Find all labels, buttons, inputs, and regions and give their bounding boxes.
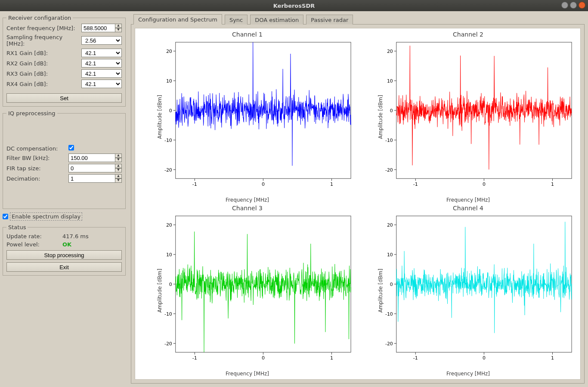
set-button[interactable]: Set: [6, 93, 122, 103]
decimation-spin-up[interactable]: ▲: [115, 174, 122, 178]
svg-text:-20: -20: [164, 341, 172, 346]
dc-comp-checkbox[interactable]: [68, 145, 74, 150]
svg-text:20: 20: [166, 222, 172, 228]
svg-text:10: 10: [387, 78, 393, 84]
receiver-config-group: Receiver configaration Center frequency …: [3, 15, 126, 107]
iq-preprocessing-legend: IQ preprocessing: [6, 110, 57, 117]
tab-sync[interactable]: Sync: [225, 15, 248, 25]
svg-text:-1: -1: [192, 181, 197, 187]
svg-text:10: 10: [166, 78, 172, 84]
decimation-input[interactable]: [68, 174, 122, 183]
stop-processing-button[interactable]: Stop processing: [6, 250, 122, 260]
plot-xlabel: Frequency [MHz]: [137, 371, 358, 377]
power-level-value: OK: [62, 241, 122, 248]
status-group: Status Update rate: 417.6 ms Powel level…: [3, 224, 126, 276]
window-close-icon[interactable]: [579, 2, 585, 9]
enable-spectrum-checkbox[interactable]: [3, 214, 8, 219]
rx4-gain-label: RX4 Gain [dB]:: [6, 81, 80, 87]
svg-text:10: 10: [387, 252, 393, 258]
spectrum-plot-area: Channel 1Amplitude [dBm]Frequency [MHz]-…: [135, 28, 581, 380]
power-level-label: Powel level:: [6, 241, 62, 248]
rx2-gain-select[interactable]: 42.1: [81, 59, 122, 68]
window-maximize-icon[interactable]: [570, 2, 577, 9]
rx4-gain-select[interactable]: 42.1: [81, 80, 122, 88]
window-titlebar: KerberosSDR: [0, 0, 588, 11]
svg-text:10: 10: [166, 252, 172, 258]
tab-passive-radar[interactable]: Passive radar: [306, 15, 353, 25]
spectrum-plot-channel-2: Channel 2Amplitude [dBm]Frequency [MHz]-…: [358, 30, 579, 204]
filter-bw-spin-down[interactable]: ▼: [115, 158, 122, 162]
rx3-gain-select[interactable]: 42.1: [81, 69, 122, 78]
svg-text:1: 1: [551, 181, 554, 187]
center-freq-label: Center frequency [MHz]:: [6, 25, 80, 31]
svg-text:0: 0: [262, 181, 265, 187]
rx2-gain-label: RX2 Gain [dB]:: [6, 60, 80, 67]
svg-text:-10: -10: [385, 311, 393, 317]
svg-text:0: 0: [390, 108, 393, 114]
iq-preprocessing-group: IQ preprocessing DC compensation: Filter…: [3, 110, 126, 209]
center-freq-spin-down[interactable]: ▼: [115, 28, 122, 32]
tab-panel: Channel 1Amplitude [dBm]Frequency [MHz]-…: [131, 24, 585, 384]
samp-freq-select[interactable]: 2.56: [81, 36, 122, 45]
svg-text:-10: -10: [164, 311, 172, 317]
plot-xlabel: Frequency [MHz]: [358, 197, 579, 203]
fir-tap-label: FIR tap size:: [6, 165, 67, 172]
update-rate-label: Update rate:: [6, 233, 62, 240]
svg-text:-1: -1: [192, 355, 197, 361]
plot-title: Channel 1: [137, 31, 358, 38]
filter-bw-label: Filter BW [kHz]:: [6, 155, 67, 161]
filter-bw-spin-up[interactable]: ▲: [115, 154, 122, 158]
window-minimize-icon[interactable]: [561, 2, 568, 9]
fir-tap-input[interactable]: [68, 164, 122, 172]
svg-text:0: 0: [169, 108, 172, 114]
plot-title: Channel 4: [358, 205, 579, 212]
dc-comp-label: DC compensation:: [6, 145, 67, 152]
tab-configuration[interactable]: Configuration and Spectrum: [133, 14, 222, 25]
spectrum-plot-channel-3: Channel 3Amplitude [dBm]Frequency [MHz]-…: [137, 204, 358, 378]
svg-text:0: 0: [262, 355, 265, 361]
svg-text:0: 0: [390, 282, 393, 287]
svg-text:1: 1: [330, 355, 333, 361]
rx3-gain-label: RX3 Gain [dB]:: [6, 71, 80, 77]
window-title: KerberosSDR: [273, 3, 315, 9]
samp-freq-label: Sampling frequency [MHz]:: [6, 34, 80, 47]
plot-xlabel: Frequency [MHz]: [137, 197, 358, 203]
svg-text:1: 1: [330, 181, 333, 187]
spectrum-plot-channel-1: Channel 1Amplitude [dBm]Frequency [MHz]-…: [137, 30, 358, 204]
fir-tap-spin-up[interactable]: ▲: [115, 164, 122, 168]
tab-bar: Configuration and Spectrum Sync DOA esti…: [131, 14, 585, 24]
update-rate-value: 417.6 ms: [62, 233, 122, 240]
svg-text:0: 0: [483, 181, 486, 187]
receiver-config-legend: Receiver configaration: [6, 15, 73, 21]
svg-text:-10: -10: [385, 138, 393, 143]
plot-title: Channel 2: [358, 31, 579, 38]
svg-text:1: 1: [551, 355, 554, 361]
decimation-label: Decimation:: [6, 175, 67, 182]
svg-text:-20: -20: [385, 341, 393, 346]
rx1-gain-select[interactable]: 42.1: [81, 49, 122, 57]
svg-text:-20: -20: [385, 167, 393, 172]
plot-title: Channel 3: [137, 205, 358, 212]
status-legend: Status: [6, 224, 28, 230]
svg-text:20: 20: [387, 222, 393, 228]
svg-text:20: 20: [166, 49, 172, 54]
plot-xlabel: Frequency [MHz]: [358, 371, 579, 377]
svg-text:-10: -10: [164, 138, 172, 143]
decimation-spin-down[interactable]: ▼: [115, 178, 122, 183]
enable-spectrum-label[interactable]: Enable spectrum display: [10, 212, 82, 221]
exit-button[interactable]: Exit: [6, 262, 122, 272]
svg-text:-1: -1: [413, 181, 418, 187]
fir-tap-spin-down[interactable]: ▼: [115, 168, 122, 172]
tab-doa[interactable]: DOA estimation: [250, 15, 303, 25]
center-freq-spin-up[interactable]: ▲: [115, 24, 122, 28]
svg-text:0: 0: [483, 355, 486, 361]
rx1-gain-label: RX1 Gain [dB]:: [6, 50, 80, 56]
spectrum-plot-channel-4: Channel 4Amplitude [dBm]Frequency [MHz]-…: [358, 204, 579, 378]
svg-text:20: 20: [387, 49, 393, 54]
svg-text:0: 0: [169, 282, 172, 287]
svg-text:-1: -1: [413, 355, 418, 361]
svg-text:-20: -20: [164, 167, 172, 172]
filter-bw-input[interactable]: [68, 154, 122, 162]
